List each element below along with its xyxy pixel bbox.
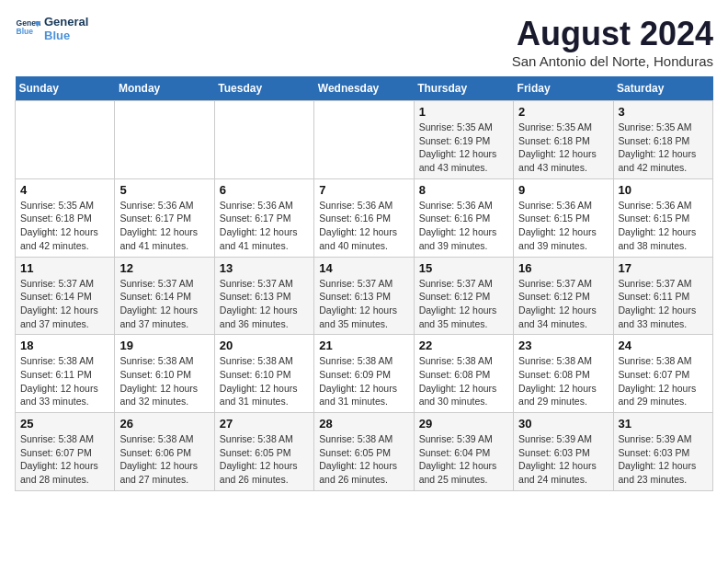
day-number: 21 [319,339,408,352]
day-info: Sunrise: 5:38 AMSunset: 6:10 PMDaylight:… [220,354,309,408]
calendar-cell: 15Sunrise: 5:37 AMSunset: 6:12 PMDayligh… [414,257,513,335]
day-number: 30 [518,417,608,431]
day-info: Sunrise: 5:38 AMSunset: 6:07 PMDaylight:… [20,432,109,487]
weekday-header-wednesday: Wednesday [314,76,414,101]
day-number: 20 [220,339,309,352]
calendar-table: SundayMondayTuesdayWednesdayThursdayFrid… [15,76,713,491]
calendar-cell: 1Sunrise: 5:35 AMSunset: 6:19 PMDaylight… [414,101,513,179]
calendar-cell: 5Sunrise: 5:36 AMSunset: 6:17 PMDaylight… [115,178,214,257]
calendar-cell: 18Sunrise: 5:38 AMSunset: 6:11 PMDayligh… [16,335,115,413]
day-info: Sunrise: 5:39 AMSunset: 6:03 PMDaylight:… [619,432,708,487]
day-info: Sunrise: 5:37 AMSunset: 6:14 PMDaylight:… [119,277,209,331]
calendar-cell: 29Sunrise: 5:39 AMSunset: 6:04 PMDayligh… [414,413,513,491]
day-number: 7 [319,183,408,197]
title-block: August 2024 San Antonio del Norte, Hondu… [512,15,713,69]
day-info: Sunrise: 5:38 AMSunset: 6:07 PMDaylight:… [619,354,708,408]
day-number: 6 [220,183,309,197]
day-info: Sunrise: 5:35 AMSunset: 6:18 PMDaylight:… [619,121,708,175]
day-number: 23 [518,339,608,352]
day-number: 29 [419,417,508,431]
calendar-cell: 17Sunrise: 5:37 AMSunset: 6:11 PMDayligh… [613,257,712,335]
svg-text:Blue: Blue [17,27,34,36]
day-info: Sunrise: 5:37 AMSunset: 6:14 PMDaylight:… [20,277,109,331]
calendar-subtitle: San Antonio del Norte, Honduras [512,53,713,69]
calendar-cell: 19Sunrise: 5:38 AMSunset: 6:10 PMDayligh… [115,335,214,413]
day-info: Sunrise: 5:39 AMSunset: 6:04 PMDaylight:… [419,432,508,487]
day-info: Sunrise: 5:35 AMSunset: 6:19 PMDaylight:… [419,121,508,175]
calendar-cell: 2Sunrise: 5:35 AMSunset: 6:18 PMDaylight… [514,101,613,179]
calendar-cell: 8Sunrise: 5:36 AMSunset: 6:16 PMDaylight… [414,178,513,257]
day-number: 10 [619,183,708,197]
calendar-cell: 25Sunrise: 5:38 AMSunset: 6:07 PMDayligh… [16,413,115,491]
day-number: 16 [518,261,608,275]
calendar-cell: 28Sunrise: 5:38 AMSunset: 6:05 PMDayligh… [314,413,414,491]
calendar-cell [115,101,214,179]
weekday-header-row: SundayMondayTuesdayWednesdayThursdayFrid… [16,76,713,101]
day-info: Sunrise: 5:36 AMSunset: 6:17 PMDaylight:… [119,199,209,253]
weekday-header-saturday: Saturday [613,76,712,101]
day-info: Sunrise: 5:36 AMSunset: 6:16 PMDaylight:… [319,199,408,253]
calendar-cell [314,101,414,179]
day-number: 22 [419,339,508,352]
day-info: Sunrise: 5:39 AMSunset: 6:03 PMDaylight:… [518,432,608,487]
day-number: 31 [619,417,708,431]
day-info: Sunrise: 5:37 AMSunset: 6:12 PMDaylight:… [419,277,508,331]
calendar-cell: 30Sunrise: 5:39 AMSunset: 6:03 PMDayligh… [514,413,613,491]
week-row-4: 18Sunrise: 5:38 AMSunset: 6:11 PMDayligh… [16,335,713,413]
day-info: Sunrise: 5:38 AMSunset: 6:08 PMDaylight:… [518,354,608,408]
weekday-header-monday: Monday [115,76,214,101]
calendar-cell: 14Sunrise: 5:37 AMSunset: 6:13 PMDayligh… [314,257,414,335]
day-info: Sunrise: 5:36 AMSunset: 6:16 PMDaylight:… [419,199,508,253]
day-number: 27 [220,417,309,431]
day-info: Sunrise: 5:37 AMSunset: 6:11 PMDaylight:… [619,277,708,331]
day-info: Sunrise: 5:38 AMSunset: 6:09 PMDaylight:… [319,354,408,408]
day-info: Sunrise: 5:36 AMSunset: 6:17 PMDaylight:… [220,199,309,253]
day-info: Sunrise: 5:36 AMSunset: 6:15 PMDaylight:… [518,199,608,253]
calendar-cell: 12Sunrise: 5:37 AMSunset: 6:14 PMDayligh… [115,257,214,335]
week-row-5: 25Sunrise: 5:38 AMSunset: 6:07 PMDayligh… [16,413,713,491]
day-info: Sunrise: 5:37 AMSunset: 6:13 PMDaylight:… [319,277,408,331]
day-number: 9 [518,183,608,197]
calendar-cell: 3Sunrise: 5:35 AMSunset: 6:18 PMDaylight… [613,101,712,179]
calendar-cell: 23Sunrise: 5:38 AMSunset: 6:08 PMDayligh… [514,335,613,413]
day-number: 14 [319,261,408,275]
day-number: 26 [119,417,209,431]
day-number: 8 [419,183,508,197]
day-number: 1 [419,105,508,119]
calendar-body: 1Sunrise: 5:35 AMSunset: 6:19 PMDaylight… [16,101,713,491]
calendar-cell [214,101,313,179]
day-info: Sunrise: 5:38 AMSunset: 6:11 PMDaylight:… [20,354,109,408]
day-number: 15 [419,261,508,275]
calendar-cell: 9Sunrise: 5:36 AMSunset: 6:15 PMDaylight… [514,178,613,257]
day-info: Sunrise: 5:38 AMSunset: 6:06 PMDaylight:… [119,432,209,487]
page-header: General Blue General Blue August 2024 Sa… [15,15,713,69]
weekday-header-friday: Friday [514,76,613,101]
calendar-cell: 4Sunrise: 5:35 AMSunset: 6:18 PMDaylight… [16,178,115,257]
day-number: 5 [119,183,209,197]
calendar-cell: 27Sunrise: 5:38 AMSunset: 6:05 PMDayligh… [214,413,313,491]
day-number: 28 [319,417,408,431]
calendar-cell: 24Sunrise: 5:38 AMSunset: 6:07 PMDayligh… [613,335,712,413]
logo: General Blue General Blue [15,15,88,42]
calendar-cell: 31Sunrise: 5:39 AMSunset: 6:03 PMDayligh… [613,413,712,491]
weekday-header-tuesday: Tuesday [214,76,313,101]
day-number: 18 [20,339,109,352]
day-info: Sunrise: 5:38 AMSunset: 6:05 PMDaylight:… [220,432,309,487]
week-row-1: 1Sunrise: 5:35 AMSunset: 6:19 PMDaylight… [16,101,713,179]
weekday-header-thursday: Thursday [414,76,513,101]
day-number: 13 [220,261,309,275]
day-number: 4 [20,183,109,197]
calendar-cell [16,101,115,179]
calendar-cell: 7Sunrise: 5:36 AMSunset: 6:16 PMDaylight… [314,178,414,257]
weekday-header-sunday: Sunday [16,76,115,101]
day-number: 17 [619,261,708,275]
day-info: Sunrise: 5:37 AMSunset: 6:12 PMDaylight:… [518,277,608,331]
day-number: 3 [619,105,708,119]
day-info: Sunrise: 5:37 AMSunset: 6:13 PMDaylight:… [220,277,309,331]
week-row-3: 11Sunrise: 5:37 AMSunset: 6:14 PMDayligh… [16,257,713,335]
calendar-cell: 22Sunrise: 5:38 AMSunset: 6:08 PMDayligh… [414,335,513,413]
calendar-cell: 20Sunrise: 5:38 AMSunset: 6:10 PMDayligh… [214,335,313,413]
calendar-title: August 2024 [512,15,713,53]
day-number: 11 [20,261,109,275]
day-info: Sunrise: 5:38 AMSunset: 6:10 PMDaylight:… [119,354,209,408]
